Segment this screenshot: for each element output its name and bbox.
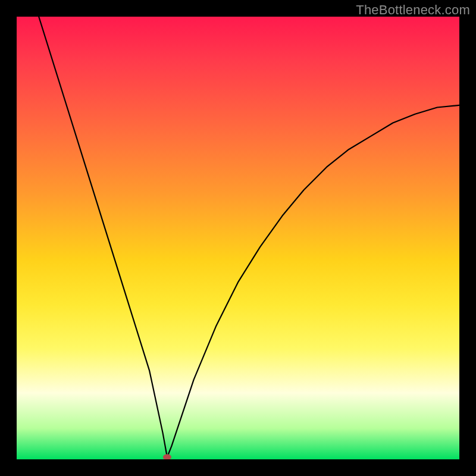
bottleneck-curve [39, 17, 459, 457]
optimal-point-marker [163, 454, 171, 459]
plot-area [17, 17, 459, 459]
chart-container: TheBottleneck.com [0, 0, 476, 476]
watermark-text: TheBottleneck.com [356, 2, 470, 18]
curve-svg [17, 17, 459, 459]
